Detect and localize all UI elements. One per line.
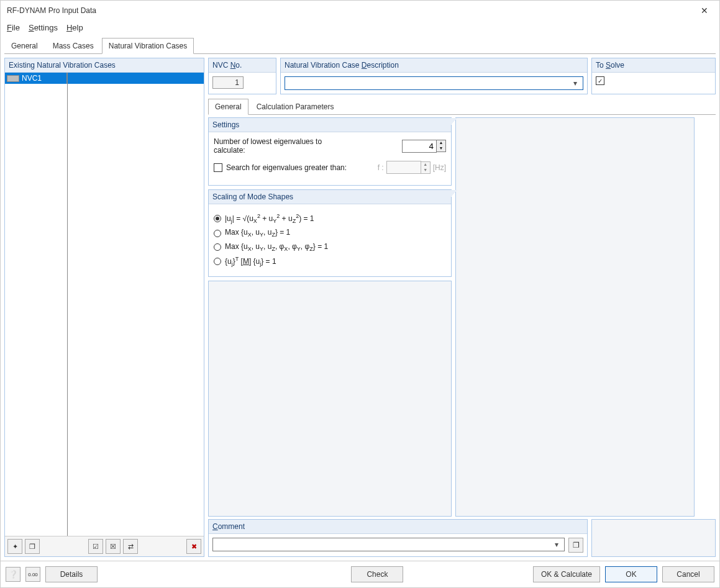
existing-nvc-header: Existing Natural Vibration Cases <box>5 58 204 73</box>
deselect-all-button[interactable]: ☒ <box>106 539 121 554</box>
scaling-opt-4-label: {uj}T [M] {uj} = 1 <box>225 256 276 267</box>
comment-combo[interactable]: ▾ <box>212 538 565 551</box>
radio-icon[interactable] <box>214 243 221 251</box>
comment-side-panel <box>591 519 716 557</box>
check-button[interactable]: Check <box>351 566 403 582</box>
menu-help[interactable]: Help <box>66 23 83 32</box>
scaling-opt-1[interactable]: |uj| = √(uX2 + uY2 + uZ2) = 1 <box>214 213 446 224</box>
spin-down-icon[interactable]: ▼ <box>437 146 445 152</box>
f-value-input <box>386 161 421 174</box>
radio-icon[interactable] <box>214 230 221 237</box>
spin-up-icon[interactable]: ▲ <box>437 140 445 146</box>
preview-panel <box>455 117 695 517</box>
tab-mass-cases[interactable]: Mass Cases <box>46 38 101 54</box>
details-button[interactable]: Details <box>45 566 98 582</box>
select-all-button[interactable]: ☑ <box>88 539 103 554</box>
shift-button[interactable]: ⇄ <box>123 539 138 554</box>
scaling-opt-4[interactable]: {uj}T [M] {uj} = 1 <box>214 256 446 267</box>
nvc-desc-combo[interactable]: ▾ <box>285 76 583 90</box>
cancel-button[interactable]: Cancel <box>662 566 714 582</box>
tab-general[interactable]: General <box>4 38 45 54</box>
nvc-no-label: NVC No. <box>209 58 276 73</box>
f-unit: [Hz] <box>433 163 446 172</box>
f-value-stepper: ▲▼ <box>386 161 431 174</box>
search-eigen-checkbox[interactable] <box>214 163 222 172</box>
nvc-desc-label: Natural Vibration Case Description <box>281 58 587 73</box>
menu-file[interactable]: File <box>7 23 20 32</box>
delete-case-button[interactable]: ✖ <box>186 539 201 554</box>
menu-settings[interactable]: Settings <box>29 23 58 32</box>
list-item[interactable]: NVC1 <box>5 73 204 84</box>
radio-icon[interactable] <box>214 258 221 265</box>
placeholder-panel <box>208 281 452 517</box>
comment-header: Comment <box>209 520 587 534</box>
ok-calculate-button[interactable]: OK & Calculate <box>533 566 600 582</box>
case-color-swatch <box>7 75 19 82</box>
scaling-opt-2[interactable]: Max {uX, uY, uZ} = 1 <box>214 228 446 238</box>
subtab-general[interactable]: General <box>208 99 248 115</box>
scaling-opt-3[interactable]: Max {uX, uY, uZ, φX, φY, φZ} = 1 <box>214 242 446 252</box>
comment-library-button[interactable]: ❐ <box>568 538 583 553</box>
settings-header: Settings <box>209 118 451 132</box>
window-title: RF-DYNAM Pro Input Data <box>7 6 96 15</box>
units-button[interactable]: 0.00 <box>25 567 40 582</box>
copy-case-button[interactable]: ❐ <box>25 539 40 554</box>
tab-natural-vibration-cases[interactable]: Natural Vibration Cases <box>102 38 194 54</box>
scaling-opt-2-label: Max {uX, uY, uZ} = 1 <box>225 228 290 238</box>
help-button[interactable]: ❔ <box>6 567 21 582</box>
eigen-count-input[interactable] <box>402 140 437 153</box>
to-solve-checkbox[interactable]: ✓ <box>596 76 604 85</box>
to-solve-label: To Solve <box>592 58 715 73</box>
scaling-header: Scaling of Mode Shapes <box>209 190 451 204</box>
eigen-count-stepper[interactable]: ▲▼ <box>402 140 446 153</box>
nvc-no-field: 1 <box>212 76 244 89</box>
chevron-down-icon[interactable]: ▾ <box>570 79 580 88</box>
chevron-down-icon[interactable]: ▾ <box>552 540 562 549</box>
subtab-calc-params[interactable]: Calculation Parameters <box>250 99 341 115</box>
f-label: f : <box>378 163 384 172</box>
ok-button[interactable]: OK <box>605 566 657 582</box>
existing-nvc-list[interactable]: NVC1 <box>5 73 204 536</box>
eigen-count-label: Number of lowest eigenvalues to calculat… <box>214 137 338 155</box>
new-case-button[interactable]: ✦ <box>7 539 22 554</box>
scaling-opt-3-label: Max {uX, uY, uZ, φX, φY, φZ} = 1 <box>225 242 328 252</box>
search-eigen-label: Search for eigenvalues greater than: <box>226 163 347 172</box>
radio-icon[interactable] <box>214 215 221 222</box>
case-label: NVC1 <box>22 74 42 83</box>
scaling-opt-1-label: |uj| = √(uX2 + uY2 + uZ2) = 1 <box>225 213 314 224</box>
close-icon[interactable]: ✕ <box>696 4 713 17</box>
